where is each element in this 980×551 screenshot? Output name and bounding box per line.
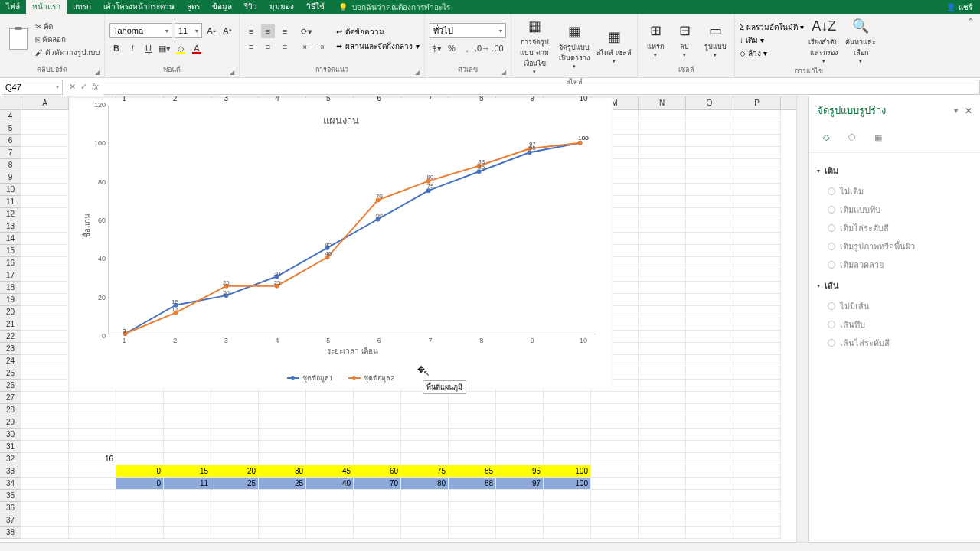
cell[interactable] xyxy=(164,416,211,429)
close-pane-icon[interactable]: ✕ xyxy=(965,106,972,116)
cell[interactable] xyxy=(21,257,69,269)
cell[interactable] xyxy=(21,367,69,380)
cell[interactable] xyxy=(306,514,354,527)
cell[interactable] xyxy=(686,465,733,478)
cell[interactable] xyxy=(733,245,781,257)
cell[interactable] xyxy=(733,184,781,196)
cell[interactable] xyxy=(21,294,69,306)
row-header[interactable]: 24 xyxy=(0,355,21,367)
decrease-font-icon[interactable]: A▾ xyxy=(220,24,234,37)
collapse-ribbon-icon[interactable]: ⌃ xyxy=(961,14,980,77)
cell[interactable] xyxy=(354,502,401,514)
increase-decimal-icon[interactable]: .0→ xyxy=(475,41,489,55)
cell[interactable] xyxy=(259,490,306,502)
dialog-launcher-icon[interactable]: ◢ xyxy=(415,69,420,76)
increase-indent-icon[interactable]: ⇥ xyxy=(313,40,327,54)
align-middle-icon[interactable]: ≡ xyxy=(261,24,275,38)
cell[interactable] xyxy=(639,306,686,318)
cell[interactable] xyxy=(591,502,639,514)
cell[interactable] xyxy=(164,441,211,453)
cell[interactable] xyxy=(733,453,781,465)
cell[interactable] xyxy=(686,245,733,257)
cell[interactable] xyxy=(544,527,591,539)
cell[interactable]: 0 xyxy=(116,465,164,478)
font-color-button[interactable]: A xyxy=(190,41,204,55)
cell[interactable] xyxy=(401,429,449,441)
format-table-button[interactable]: ▦จัดรูปแบบ เป็นตาราง▾ xyxy=(556,21,593,70)
cell[interactable] xyxy=(686,306,733,318)
cell[interactable] xyxy=(639,404,686,416)
cell[interactable] xyxy=(496,502,544,514)
cell[interactable] xyxy=(21,233,69,245)
pane-options-icon[interactable]: ▾ xyxy=(954,106,959,116)
cell[interactable] xyxy=(259,429,306,441)
cell[interactable] xyxy=(21,122,69,135)
dialog-launcher-icon[interactable]: ◢ xyxy=(95,69,100,76)
cell[interactable] xyxy=(639,147,686,159)
size-tab-icon[interactable]: ▦ xyxy=(869,128,887,146)
cell[interactable] xyxy=(116,441,164,453)
cell[interactable] xyxy=(21,159,69,171)
cell[interactable] xyxy=(591,514,639,527)
cell[interactable] xyxy=(686,122,733,135)
cell[interactable] xyxy=(733,110,781,122)
cell[interactable] xyxy=(639,453,686,465)
cell[interactable] xyxy=(639,159,686,171)
pane-option[interactable]: เส้นทึบ xyxy=(817,315,972,334)
cell[interactable] xyxy=(259,514,306,527)
col-header[interactable]: A xyxy=(21,96,69,109)
cell[interactable] xyxy=(21,343,69,355)
autosum-button[interactable]: Σ ผลรวมอัตโนมัติ ▾ xyxy=(740,21,804,33)
find-select-button[interactable]: 🔍ค้นหาและ เลือก▾ xyxy=(844,15,877,64)
cell[interactable] xyxy=(164,453,211,465)
cell[interactable] xyxy=(306,429,354,441)
col-header[interactable]: O xyxy=(686,96,733,109)
cell[interactable] xyxy=(116,490,164,502)
cell[interactable] xyxy=(733,502,781,514)
align-left-icon[interactable]: ≡ xyxy=(244,40,258,54)
cell[interactable] xyxy=(686,220,733,233)
row-header[interactable]: 34 xyxy=(0,478,21,490)
cell[interactable] xyxy=(449,416,496,429)
plot-area[interactable]: ชื่อแกน ระยะเวลา เดือน 02040608010012012… xyxy=(108,105,596,334)
cell[interactable] xyxy=(449,404,496,416)
cell[interactable] xyxy=(639,184,686,196)
cut-button[interactable]: ✂ ตัด xyxy=(35,21,100,32)
cell[interactable]: 88 xyxy=(449,478,496,490)
cell[interactable] xyxy=(733,490,781,502)
cell[interactable] xyxy=(116,416,164,429)
cell[interactable] xyxy=(449,429,496,441)
cell[interactable] xyxy=(164,429,211,441)
cell[interactable] xyxy=(544,502,591,514)
cell[interactable] xyxy=(591,416,639,429)
decrease-decimal-icon[interactable]: .00 xyxy=(491,41,505,55)
effects-tab-icon[interactable]: ⬠ xyxy=(843,128,861,146)
tab-หน้าแรก[interactable]: หน้าแรก xyxy=(26,0,67,14)
cell[interactable] xyxy=(686,110,733,122)
cell[interactable] xyxy=(686,269,733,282)
row-header[interactable]: 14 xyxy=(0,233,21,245)
tab-สูตร[interactable]: สูตร xyxy=(181,0,206,14)
cell[interactable] xyxy=(544,416,591,429)
row-header[interactable]: 31 xyxy=(0,441,21,453)
cell[interactable] xyxy=(21,171,69,184)
pane-option[interactable]: ไม่มีเส้น xyxy=(817,297,972,315)
cell[interactable] xyxy=(686,135,733,147)
cell[interactable] xyxy=(639,490,686,502)
row-header[interactable]: 13 xyxy=(0,220,21,233)
cell[interactable] xyxy=(21,490,69,502)
cell[interactable] xyxy=(21,380,69,392)
cell[interactable] xyxy=(69,527,116,539)
cell[interactable] xyxy=(354,404,401,416)
cell[interactable] xyxy=(354,441,401,453)
cell[interactable] xyxy=(686,257,733,269)
cell[interactable]: 100 xyxy=(544,478,591,490)
cell[interactable] xyxy=(686,355,733,367)
format-cells-button[interactable]: ▭รูปแบบ▾ xyxy=(701,20,730,58)
cell[interactable] xyxy=(21,441,69,453)
chart-legend[interactable]: ชุดข้อมูล1ชุดข้อมูล2 xyxy=(287,373,394,383)
col-header[interactable]: P xyxy=(733,96,781,109)
cell[interactable] xyxy=(639,110,686,122)
cell[interactable] xyxy=(69,514,116,527)
cell[interactable] xyxy=(306,392,354,404)
